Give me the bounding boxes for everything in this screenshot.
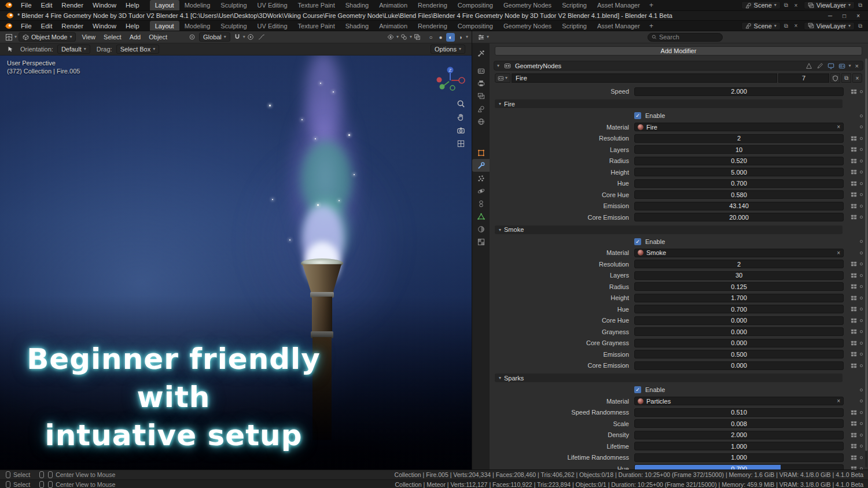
on-cage-toggle-icon[interactable] [805,62,813,70]
constraints-icon[interactable] [472,197,490,210]
extras-icon[interactable] [851,203,857,209]
decorator-dot[interactable] [860,422,863,425]
menu-item[interactable]: Edit [36,21,57,31]
new-scene-button[interactable]: ⧉ [782,1,790,9]
fake-user-shield-button[interactable] [830,73,840,83]
workspace-tab[interactable]: Rendering [413,0,453,10]
shading-material-icon[interactable]: ◐ [446,33,455,42]
select-menu[interactable]: Select [100,34,126,40]
workspace-tab[interactable]: Compositing [453,21,498,31]
world-icon[interactable] [472,115,490,128]
decorator-dot[interactable] [860,90,863,93]
extras-icon[interactable] [851,169,857,175]
modifier-panel-header[interactable]: ▾ GeometryNodes ▾ × [494,61,863,71]
viewlayer-selector[interactable]: ViewLayer▾ [804,1,855,9]
options-dropdown[interactable]: Options▾ [431,45,465,54]
shading-rendered-icon[interactable]: ◑ [456,33,465,42]
clear-material-button[interactable]: × [837,124,840,130]
shading-wireframe-icon[interactable]: ○ [426,33,435,42]
decorator-dot[interactable] [860,114,863,117]
extras-icon[interactable] [851,191,857,198]
number-field[interactable]: 1.700 [634,294,844,302]
decorator-dot[interactable] [860,342,863,345]
show-gizmo-icon[interactable] [387,33,395,42]
enable-checkbox[interactable]: ✓ [634,386,641,393]
extras-icon[interactable] [851,328,857,335]
menu-item[interactable]: Help [121,21,144,31]
pan-hand-icon[interactable] [457,113,465,121]
scrollbar[interactable] [865,58,867,467]
decorator-dot[interactable] [860,330,863,333]
workspace-tab[interactable]: Modeling [179,21,216,31]
orientation-dropdown[interactable]: Default▾ [57,45,90,54]
decorator-dot[interactable] [860,125,863,128]
menu-item[interactable]: File [16,0,36,10]
zoom-icon[interactable] [457,99,465,108]
extras-icon[interactable] [851,283,857,290]
view-layer-icon[interactable] [472,90,490,102]
number-field[interactable]: 0.500 [634,350,844,358]
modifier-extras-button[interactable]: ▾ [849,64,851,68]
extras-icon[interactable] [851,443,857,449]
orientation-selector[interactable]: Global ▾ [199,32,230,42]
decorator-dot[interactable] [860,263,863,265]
proportional-edit-icon[interactable] [247,33,255,42]
extras-icon[interactable] [851,340,857,346]
decorator-dot[interactable] [860,171,863,173]
expand-chevron-icon[interactable]: ▾ [497,64,499,68]
workspace-tab[interactable]: Geometry Nodes [498,21,557,31]
editor-type-icon[interactable] [5,33,13,42]
section-header-smoke[interactable]: ▾ Smoke [495,225,843,234]
output-icon[interactable] [472,77,490,90]
workspace-tab[interactable]: Texture Paint [293,0,340,10]
add-workspace-button[interactable]: + [645,22,657,30]
scene-selector[interactable]: Scene▾ [741,22,781,30]
navigation-gizmo[interactable]: Z [433,62,467,97]
node-group-users-button[interactable]: 7 [778,73,829,83]
decorator-dot[interactable] [860,285,863,288]
workspace-tab[interactable]: Layout [150,0,179,10]
extras-icon[interactable] [851,409,857,416]
extras-icon[interactable] [851,272,857,279]
active-tool-icon[interactable] [6,45,14,54]
speed-field[interactable]: 2.000 [634,87,844,96]
shading-solid-icon[interactable]: ● [436,33,445,42]
number-field[interactable]: 0.700 [634,179,844,188]
number-field[interactable]: 0.700 [634,305,844,313]
menu-item[interactable]: File [16,21,36,31]
number-field[interactable]: 0.520 [634,157,844,165]
decorator-dot[interactable] [860,274,863,277]
snap-target-icon[interactable] [233,33,242,42]
workspace-tab[interactable]: UV Editing [252,0,293,10]
workspace-tab[interactable]: Geometry Nodes [498,0,557,10]
decorator-dot[interactable] [860,240,863,243]
extras-icon[interactable] [851,420,857,427]
transform-pivot-icon[interactable] [187,33,196,42]
blender-logo-icon[interactable] [3,1,13,9]
number-field[interactable]: 2 [634,134,844,143]
properties-search[interactable] [648,33,723,42]
decorator-dot[interactable] [860,389,863,391]
number-field[interactable]: 0.000 [634,316,844,325]
workspace-tab[interactable]: Rendering [413,21,453,31]
edit-mode-toggle-icon[interactable] [816,62,824,70]
object-menu[interactable]: Object [145,34,171,40]
menu-item[interactable]: Edit [36,0,57,10]
extras-icon[interactable] [851,306,857,312]
number-field[interactable]: 5.000 [634,168,844,176]
menu-item[interactable]: Window [88,0,121,10]
decorator-dot[interactable] [860,182,863,185]
decorator-dot[interactable] [860,445,863,448]
tool-icon[interactable] [472,47,490,60]
drag-dropdown[interactable]: Select Box▾ [116,45,160,54]
3d-viewport[interactable]: User Perspective (372) Collection | Fire… [0,56,472,469]
number-field[interactable]: 20.000 [634,213,844,221]
extras-icon[interactable] [851,180,857,187]
extras-icon[interactable] [851,214,857,220]
viewlayer-selector[interactable]: ViewLayer▾ [804,22,855,30]
view-menu[interactable]: View [78,34,100,40]
workspace-tab[interactable]: Modeling [179,0,216,10]
add-workspace-button[interactable]: + [645,1,657,9]
object-icon[interactable] [472,146,490,159]
menu-item[interactable]: Help [121,0,144,10]
